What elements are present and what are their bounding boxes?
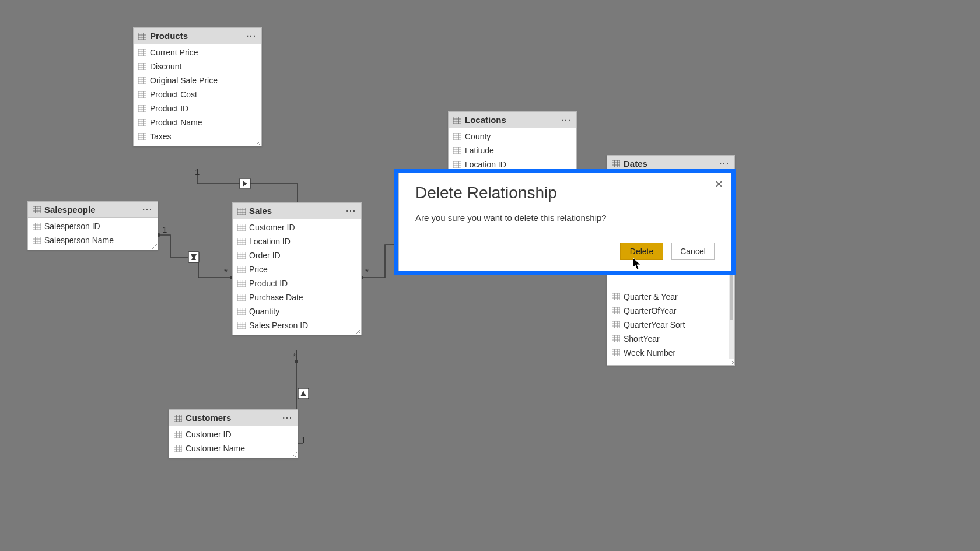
table-icon <box>453 133 461 140</box>
more-icon[interactable]: ··· <box>345 206 358 216</box>
table-icon <box>612 160 620 167</box>
cardinality-many: * <box>224 266 228 276</box>
table-icon <box>138 63 146 70</box>
table-icon <box>33 223 41 230</box>
table-icon <box>612 349 620 356</box>
more-icon[interactable]: ··· <box>560 115 573 125</box>
dialog-title: Delete Relationship <box>415 184 715 202</box>
field-item[interactable]: Location ID <box>233 234 361 248</box>
field-item[interactable]: ShortYear <box>607 332 734 346</box>
field-item[interactable]: Sales Person ID <box>233 318 361 332</box>
svg-rect-43 <box>138 119 146 126</box>
resize-grip[interactable] <box>355 328 360 334</box>
table-icon <box>237 252 246 259</box>
svg-line-135 <box>295 455 297 457</box>
svg-rect-5 <box>188 252 199 262</box>
field-label: Customer Name <box>186 444 245 453</box>
field-label: Product ID <box>150 104 188 113</box>
field-item[interactable]: Original Sale Price <box>134 73 261 87</box>
field-item[interactable]: QuarterOfYear <box>607 304 734 318</box>
table-icon <box>612 307 620 314</box>
field-item[interactable]: Customer ID <box>233 220 361 234</box>
scrollbar-thumb[interactable] <box>730 268 733 320</box>
svg-rect-141 <box>453 133 461 140</box>
field-item[interactable]: Week Number <box>607 346 734 360</box>
resize-grip[interactable] <box>291 451 297 457</box>
field-label: Purchase Date <box>249 293 303 302</box>
svg-point-9 <box>295 360 298 363</box>
field-item[interactable]: Product ID <box>134 101 261 115</box>
table-title: Customers <box>186 413 281 423</box>
field-item[interactable]: Quantity <box>233 304 361 318</box>
field-item[interactable]: Latitude <box>449 143 576 157</box>
cardinality-many: * <box>293 351 296 361</box>
field-label: Product ID <box>249 279 288 288</box>
field-item[interactable]: Current Price <box>134 45 261 59</box>
table-icon <box>138 119 146 126</box>
svg-rect-166 <box>612 307 620 314</box>
field-item[interactable]: Customer ID <box>169 427 298 441</box>
svg-rect-13 <box>138 33 146 40</box>
field-item[interactable]: Discount <box>134 59 261 73</box>
field-item[interactable]: Customer Name <box>169 441 298 455</box>
field-item[interactable]: Quarter & Year <box>607 290 734 304</box>
svg-rect-124 <box>174 431 182 438</box>
table-icon <box>33 237 41 244</box>
table-customers[interactable]: Customers ··· Customer ID Customer Name <box>169 409 298 458</box>
field-item[interactable]: Salesperson ID <box>28 219 158 233</box>
table-products[interactable]: Products ··· Current Price Discount Orig… <box>133 27 262 146</box>
field-label: County <box>465 132 491 141</box>
svg-rect-60 <box>33 223 41 230</box>
delete-button[interactable]: Delete <box>620 243 663 260</box>
svg-rect-55 <box>33 206 41 213</box>
resize-grip[interactable] <box>728 359 734 364</box>
table-icon <box>174 415 182 422</box>
close-icon[interactable]: ✕ <box>712 178 725 191</box>
svg-rect-181 <box>612 349 620 356</box>
field-item[interactable]: County <box>449 129 576 143</box>
svg-rect-10 <box>298 388 309 399</box>
svg-rect-87 <box>237 252 246 259</box>
table-locations[interactable]: Locations ··· County Latitude Location I… <box>448 111 577 174</box>
table-icon <box>453 117 461 124</box>
field-item[interactable]: Product Cost <box>134 87 261 101</box>
svg-rect-65 <box>33 237 41 244</box>
field-item[interactable]: Product ID <box>233 276 361 290</box>
svg-rect-176 <box>612 335 620 342</box>
field-item[interactable]: Price <box>233 262 361 276</box>
table-icon <box>138 105 146 112</box>
svg-rect-136 <box>453 117 461 124</box>
field-list: Current Price Discount Original Sale Pri… <box>134 44 261 146</box>
svg-rect-48 <box>138 133 146 140</box>
table-icon <box>612 335 620 342</box>
table-sales[interactable]: Sales ··· Customer ID Location ID Order … <box>232 202 362 335</box>
svg-line-118 <box>358 332 360 334</box>
table-icon <box>237 294 246 301</box>
svg-rect-1 <box>240 178 250 189</box>
more-icon[interactable]: ··· <box>281 413 294 423</box>
field-item[interactable]: QuarterYear Sort <box>607 318 734 332</box>
field-item[interactable]: Order ID <box>233 248 361 262</box>
table-icon <box>237 280 246 287</box>
field-item[interactable]: Taxes <box>134 129 261 143</box>
svg-rect-23 <box>138 63 146 70</box>
svg-line-187 <box>732 362 734 364</box>
resize-grip[interactable] <box>151 243 157 249</box>
table-icon <box>237 208 246 215</box>
table-salespeople[interactable]: Salespeople ··· Salesperson ID Salespers… <box>27 201 158 250</box>
table-title: Locations <box>465 115 560 125</box>
cardinality-one: 1 <box>195 167 200 177</box>
more-icon[interactable]: ··· <box>718 159 731 169</box>
more-icon[interactable]: ··· <box>245 31 258 41</box>
cancel-button[interactable]: Cancel <box>671 243 715 260</box>
field-label: Discount <box>150 62 181 71</box>
field-label: Order ID <box>249 251 281 260</box>
more-icon[interactable]: ··· <box>141 205 154 215</box>
field-item[interactable]: Purchase Date <box>233 290 361 304</box>
table-icon <box>33 206 41 213</box>
field-label: Week Number <box>624 348 676 357</box>
table-title: Salespeople <box>44 205 141 215</box>
field-item[interactable]: Salesperson Name <box>28 233 158 247</box>
resize-grip[interactable] <box>255 139 261 145</box>
field-item[interactable]: Product Name <box>134 115 261 129</box>
